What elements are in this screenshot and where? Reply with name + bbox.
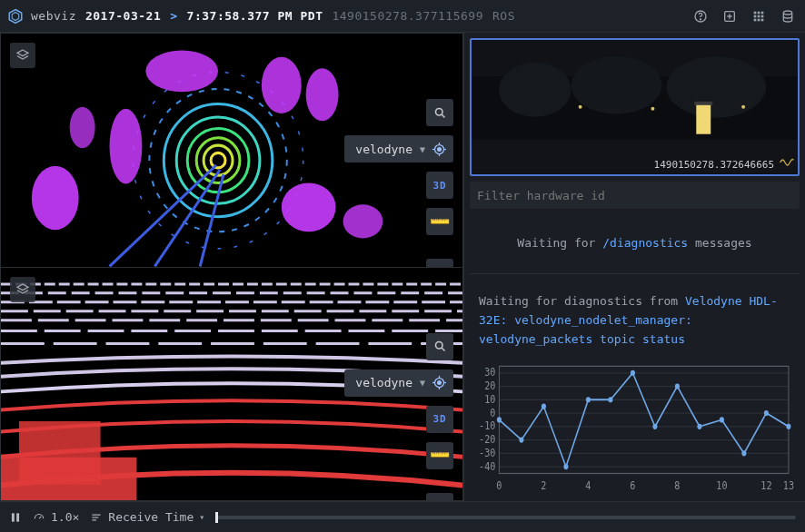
3d-panel-bottom[interactable]: velodyne ▼ 3D 📏 — [0, 268, 463, 502]
svg-rect-9 — [758, 15, 760, 17]
measure-button[interactable]: 📏 — [426, 442, 453, 469]
chevron-down-icon: ▼ — [420, 144, 425, 154]
svg-point-27 — [262, 57, 302, 113]
svg-rect-10 — [761, 15, 764, 17]
svg-point-106 — [652, 424, 657, 429]
header-time[interactable]: 7:37:58.377 PM PDT — [187, 9, 323, 23]
svg-point-67 — [666, 56, 766, 118]
3d-panel-top[interactable]: velodyne ▼ 3D 📏 — [0, 33, 463, 268]
svg-text:10: 10 — [484, 393, 495, 406]
svg-point-25 — [110, 109, 143, 184]
message-order-label: Receive Time — [108, 510, 194, 524]
svg-point-103 — [586, 398, 591, 403]
svg-point-100 — [519, 438, 523, 443]
playback-bar: 1.0× Receive Time ▾ — [0, 501, 805, 532]
playback-speed-button[interactable]: 1.0× — [33, 510, 79, 524]
data-sources-icon[interactable] — [778, 6, 798, 26]
svg-text:-40: -40 — [479, 460, 496, 473]
svg-rect-13 — [761, 18, 764, 21]
play-pause-button[interactable] — [9, 511, 22, 524]
svg-rect-114 — [16, 513, 19, 521]
diagnostics-filter-row — [470, 182, 800, 209]
svg-point-29 — [282, 182, 336, 232]
svg-rect-8 — [754, 15, 757, 17]
svg-line-37 — [442, 114, 444, 117]
playback-speed-label: 1.0× — [51, 510, 79, 524]
svg-point-102 — [563, 464, 568, 469]
search-button[interactable] — [426, 99, 453, 126]
layers-button[interactable] — [10, 43, 35, 68]
cursor-button[interactable] — [426, 259, 453, 268]
svg-point-105 — [631, 370, 635, 376]
3d-toggle-button[interactable]: 3D — [426, 406, 453, 433]
playback-thumb[interactable] — [215, 512, 218, 523]
stream-status-icon — [780, 157, 794, 171]
svg-rect-53 — [1, 457, 136, 500]
app-name: webviz — [31, 9, 76, 23]
diagnostics-chart[interactable]: -40-30-20-10010203002468101213 — [464, 356, 805, 501]
help-icon[interactable] — [691, 6, 711, 26]
diagnostics-waiting-message: Waiting for /diagnostics messages — [464, 209, 805, 268]
recenter-icon[interactable] — [432, 376, 446, 389]
svg-point-3 — [700, 18, 701, 19]
svg-text:12: 12 — [760, 479, 771, 492]
3d-toggle-button[interactable]: 3D — [426, 172, 453, 199]
svg-marker-35 — [17, 50, 28, 56]
svg-point-107 — [675, 384, 680, 389]
add-panel-icon[interactable] — [720, 6, 740, 26]
frame-selector[interactable]: velodyne ▼ — [344, 135, 453, 163]
camera-panel[interactable]: 1490150278.372646665 — [470, 38, 800, 176]
svg-point-110 — [741, 451, 746, 457]
svg-rect-11 — [754, 18, 757, 21]
panel-divider[interactable] — [470, 273, 800, 274]
svg-line-56 — [442, 348, 444, 350]
diagnostics-topic: /diagnostics — [602, 236, 688, 250]
svg-point-31 — [70, 107, 95, 149]
chevron-down-icon: ▼ — [420, 378, 425, 388]
svg-rect-68 — [696, 103, 711, 134]
svg-text:-10: -10 — [479, 420, 496, 433]
svg-text:10: 10 — [716, 479, 727, 492]
header-date[interactable]: 2017-03-21 — [85, 9, 161, 23]
svg-text:-20: -20 — [479, 434, 496, 447]
svg-text:8: 8 — [674, 479, 680, 492]
svg-point-99 — [497, 418, 502, 423]
svg-text:13: 13 — [783, 479, 794, 492]
svg-line-115 — [39, 516, 41, 517]
layers-button[interactable] — [10, 277, 35, 302]
ruler-icon: 📏 — [427, 443, 452, 468]
recenter-icon[interactable] — [432, 143, 446, 156]
svg-point-28 — [306, 68, 339, 121]
svg-point-71 — [651, 107, 654, 111]
frame-label: velodyne — [355, 376, 412, 389]
svg-text:20: 20 — [484, 380, 495, 393]
header-caret-icon: > — [170, 9, 177, 23]
hardware-diagnostics-message: Waiting for diagnostics from Velodyne HD… — [464, 280, 805, 356]
svg-marker-1 — [12, 12, 19, 20]
svg-text:6: 6 — [630, 479, 635, 492]
layouts-grid-icon[interactable] — [749, 6, 769, 26]
measure-button[interactable]: 📏 — [426, 208, 453, 235]
svg-point-108 — [697, 424, 701, 429]
frame-selector[interactable]: velodyne ▼ — [344, 369, 453, 397]
svg-text:-30: -30 — [479, 447, 496, 459]
svg-point-111 — [764, 410, 769, 416]
app-logo-icon — [7, 8, 24, 25]
svg-rect-113 — [12, 513, 15, 521]
svg-rect-69 — [694, 102, 712, 105]
camera-timestamp: 1490150278.372646665 — [654, 159, 774, 171]
playback-scrubber[interactable] — [215, 516, 796, 519]
svg-point-65 — [499, 63, 571, 117]
cursor-button[interactable] — [426, 493, 453, 502]
filter-hardware-input[interactable] — [477, 189, 792, 202]
header-epoch: 1490150278.377115699 — [332, 9, 483, 23]
search-button[interactable] — [426, 333, 453, 360]
camera-image — [472, 40, 798, 174]
svg-point-66 — [571, 56, 662, 114]
svg-text:0: 0 — [490, 407, 495, 419]
svg-point-24 — [32, 166, 79, 230]
message-order-button[interactable]: Receive Time ▾ — [90, 510, 204, 524]
svg-point-55 — [435, 342, 442, 350]
frame-label: velodyne — [355, 143, 412, 156]
svg-point-57 — [438, 381, 442, 385]
